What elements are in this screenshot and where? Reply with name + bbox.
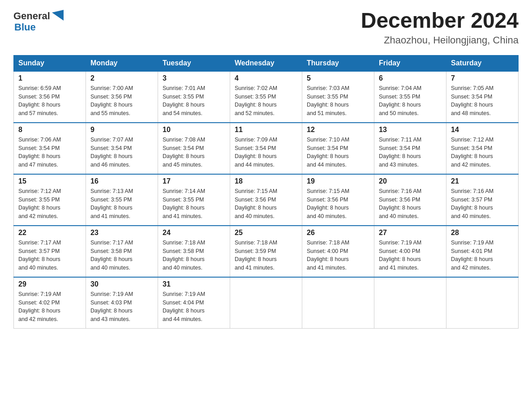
- logo-blue-text: Blue: [14, 21, 36, 33]
- day-number: 26: [307, 229, 369, 237]
- day-detail: Sunrise: 7:17 AMSunset: 3:57 PMDaylight:…: [18, 239, 81, 272]
- calendar-cell-w3-d2: 16 Sunrise: 7:13 AMSunset: 3:55 PMDaylig…: [86, 174, 158, 226]
- day-number: 24: [163, 229, 225, 237]
- calendar-cell-w5-d5: [302, 277, 374, 329]
- day-detail: Sunrise: 7:11 AMSunset: 3:54 PMDaylight:…: [379, 136, 442, 169]
- calendar-cell-w4-d6: 27 Sunrise: 7:19 AMSunset: 4:00 PMDaylig…: [374, 226, 446, 277]
- calendar-cell-w4-d7: 28 Sunrise: 7:19 AMSunset: 4:01 PMDaylig…: [446, 226, 519, 277]
- calendar-cell-w4-d5: 26 Sunrise: 7:18 AMSunset: 4:00 PMDaylig…: [302, 226, 374, 277]
- day-number: 4: [235, 74, 297, 82]
- day-detail: Sunrise: 7:13 AMSunset: 3:55 PMDaylight:…: [90, 187, 153, 221]
- day-number: 6: [379, 74, 442, 82]
- day-detail: Sunrise: 7:09 AMSunset: 3:54 PMDaylight:…: [235, 136, 297, 169]
- day-number: 13: [379, 126, 442, 134]
- calendar-cell-w1-d2: 2 Sunrise: 7:00 AMSunset: 3:56 PMDayligh…: [86, 71, 158, 123]
- calendar-week-row-5: 29 Sunrise: 7:19 AMSunset: 4:02 PMDaylig…: [14, 277, 519, 329]
- calendar-cell-w5-d1: 29 Sunrise: 7:19 AMSunset: 4:02 PMDaylig…: [14, 277, 86, 329]
- day-detail: Sunrise: 7:03 AMSunset: 3:55 PMDaylight:…: [307, 84, 369, 118]
- day-detail: Sunrise: 7:19 AMSunset: 4:04 PMDaylight:…: [163, 290, 225, 324]
- day-detail: Sunrise: 7:19 AMSunset: 4:00 PMDaylight:…: [379, 239, 442, 272]
- calendar-cell-w5-d6: [374, 277, 446, 329]
- day-detail: Sunrise: 7:19 AMSunset: 4:01 PMDaylight:…: [451, 239, 514, 272]
- day-detail: Sunrise: 7:01 AMSunset: 3:55 PMDaylight:…: [163, 84, 225, 118]
- col-tuesday: Tuesday: [158, 55, 230, 71]
- calendar-cell-w4-d4: 25 Sunrise: 7:18 AMSunset: 3:59 PMDaylig…: [230, 226, 302, 277]
- day-detail: Sunrise: 7:08 AMSunset: 3:54 PMDaylight:…: [163, 136, 225, 169]
- calendar-cell-w1-d6: 6 Sunrise: 7:04 AMSunset: 3:55 PMDayligh…: [374, 71, 446, 123]
- day-detail: Sunrise: 7:06 AMSunset: 3:54 PMDaylight:…: [18, 136, 81, 169]
- day-detail: Sunrise: 7:15 AMSunset: 3:56 PMDaylight:…: [235, 187, 297, 221]
- day-detail: Sunrise: 7:04 AMSunset: 3:55 PMDaylight:…: [379, 84, 442, 118]
- day-detail: Sunrise: 7:05 AMSunset: 3:54 PMDaylight:…: [451, 84, 514, 118]
- calendar-cell-w3-d6: 20 Sunrise: 7:16 AMSunset: 3:56 PMDaylig…: [374, 174, 446, 226]
- logo-general-text: General: [13, 10, 50, 22]
- day-detail: Sunrise: 7:14 AMSunset: 3:55 PMDaylight:…: [163, 187, 225, 221]
- svg-marker-0: [52, 10, 64, 21]
- day-detail: Sunrise: 7:19 AMSunset: 4:03 PMDaylight:…: [90, 290, 153, 324]
- day-detail: Sunrise: 7:10 AMSunset: 3:54 PMDaylight:…: [307, 136, 369, 169]
- calendar-header-row: Sunday Monday Tuesday Wednesday Thursday…: [14, 55, 519, 71]
- day-number: 5: [307, 74, 369, 82]
- calendar-cell-w2-d5: 12 Sunrise: 7:10 AMSunset: 3:54 PMDaylig…: [302, 123, 374, 174]
- location-title: Zhaozhou, Heilongjiang, China: [361, 34, 519, 46]
- day-number: 19: [307, 177, 369, 185]
- calendar-week-row-4: 22 Sunrise: 7:17 AMSunset: 3:57 PMDaylig…: [14, 226, 519, 277]
- calendar-cell-w5-d4: [230, 277, 302, 329]
- day-detail: Sunrise: 7:02 AMSunset: 3:55 PMDaylight:…: [235, 84, 297, 118]
- calendar-cell-w3-d5: 19 Sunrise: 7:15 AMSunset: 3:56 PMDaylig…: [302, 174, 374, 226]
- day-number: 29: [18, 280, 81, 288]
- col-friday: Friday: [374, 55, 446, 71]
- calendar-cell-w3-d7: 21 Sunrise: 7:16 AMSunset: 3:57 PMDaylig…: [446, 174, 519, 226]
- day-detail: Sunrise: 7:18 AMSunset: 3:59 PMDaylight:…: [235, 239, 297, 272]
- calendar-cell-w2-d2: 9 Sunrise: 7:07 AMSunset: 3:54 PMDayligh…: [86, 123, 158, 174]
- month-title: December 2024: [361, 9, 519, 33]
- col-saturday: Saturday: [446, 55, 519, 71]
- calendar-cell-w2-d6: 13 Sunrise: 7:11 AMSunset: 3:54 PMDaylig…: [374, 123, 446, 174]
- day-number: 8: [18, 126, 81, 134]
- day-number: 3: [163, 74, 225, 82]
- day-number: 11: [235, 126, 297, 134]
- day-number: 31: [163, 280, 225, 288]
- calendar-week-row-3: 15 Sunrise: 7:12 AMSunset: 3:55 PMDaylig…: [14, 174, 519, 226]
- day-number: 16: [90, 177, 153, 185]
- day-number: 17: [163, 177, 225, 185]
- day-number: 23: [90, 229, 153, 237]
- calendar-cell-w1-d4: 4 Sunrise: 7:02 AMSunset: 3:55 PMDayligh…: [230, 71, 302, 123]
- calendar-cell-w3-d3: 17 Sunrise: 7:14 AMSunset: 3:55 PMDaylig…: [158, 174, 230, 226]
- day-detail: Sunrise: 7:18 AMSunset: 4:00 PMDaylight:…: [307, 239, 369, 272]
- day-detail: Sunrise: 7:18 AMSunset: 3:58 PMDaylight:…: [163, 239, 225, 272]
- day-detail: Sunrise: 7:12 AMSunset: 3:54 PMDaylight:…: [451, 136, 514, 169]
- calendar-cell-w5-d2: 30 Sunrise: 7:19 AMSunset: 4:03 PMDaylig…: [86, 277, 158, 329]
- day-detail: Sunrise: 7:00 AMSunset: 3:56 PMDaylight:…: [90, 84, 153, 118]
- col-wednesday: Wednesday: [230, 55, 302, 71]
- day-number: 21: [451, 177, 514, 185]
- day-detail: Sunrise: 7:16 AMSunset: 3:57 PMDaylight:…: [451, 187, 514, 221]
- calendar-cell-w4-d2: 23 Sunrise: 7:17 AMSunset: 3:58 PMDaylig…: [86, 226, 158, 277]
- logo-triangle-icon: [51, 9, 65, 23]
- col-thursday: Thursday: [302, 55, 374, 71]
- day-number: 18: [235, 177, 297, 185]
- calendar-cell-w1-d7: 7 Sunrise: 7:05 AMSunset: 3:54 PMDayligh…: [446, 71, 519, 123]
- calendar-cell-w3-d1: 15 Sunrise: 7:12 AMSunset: 3:55 PMDaylig…: [14, 174, 86, 226]
- col-sunday: Sunday: [14, 55, 86, 71]
- day-number: 28: [451, 229, 514, 237]
- calendar-week-row-2: 8 Sunrise: 7:06 AMSunset: 3:54 PMDayligh…: [14, 123, 519, 174]
- day-number: 7: [451, 74, 514, 82]
- day-number: 25: [235, 229, 297, 237]
- calendar-cell-w4-d3: 24 Sunrise: 7:18 AMSunset: 3:58 PMDaylig…: [158, 226, 230, 277]
- day-detail: Sunrise: 7:17 AMSunset: 3:58 PMDaylight:…: [90, 239, 153, 272]
- calendar-cell-w5-d3: 31 Sunrise: 7:19 AMSunset: 4:04 PMDaylig…: [158, 277, 230, 329]
- col-monday: Monday: [86, 55, 158, 71]
- day-detail: Sunrise: 7:15 AMSunset: 3:56 PMDaylight:…: [307, 187, 369, 221]
- day-detail: Sunrise: 7:07 AMSunset: 3:54 PMDaylight:…: [90, 136, 153, 169]
- day-number: 20: [379, 177, 442, 185]
- calendar-cell-w2-d7: 14 Sunrise: 7:12 AMSunset: 3:54 PMDaylig…: [446, 123, 519, 174]
- calendar-week-row-1: 1 Sunrise: 6:59 AMSunset: 3:56 PMDayligh…: [14, 71, 519, 123]
- header: General Blue December 2024 Zhaozhou, Hei…: [13, 9, 519, 46]
- day-detail: Sunrise: 7:12 AMSunset: 3:55 PMDaylight:…: [18, 187, 81, 221]
- title-area: December 2024 Zhaozhou, Heilongjiang, Ch…: [361, 9, 519, 46]
- calendar-cell-w4-d1: 22 Sunrise: 7:17 AMSunset: 3:57 PMDaylig…: [14, 226, 86, 277]
- calendar-cell-w1-d3: 3 Sunrise: 7:01 AMSunset: 3:55 PMDayligh…: [158, 71, 230, 123]
- day-number: 14: [451, 126, 514, 134]
- day-number: 2: [90, 74, 153, 82]
